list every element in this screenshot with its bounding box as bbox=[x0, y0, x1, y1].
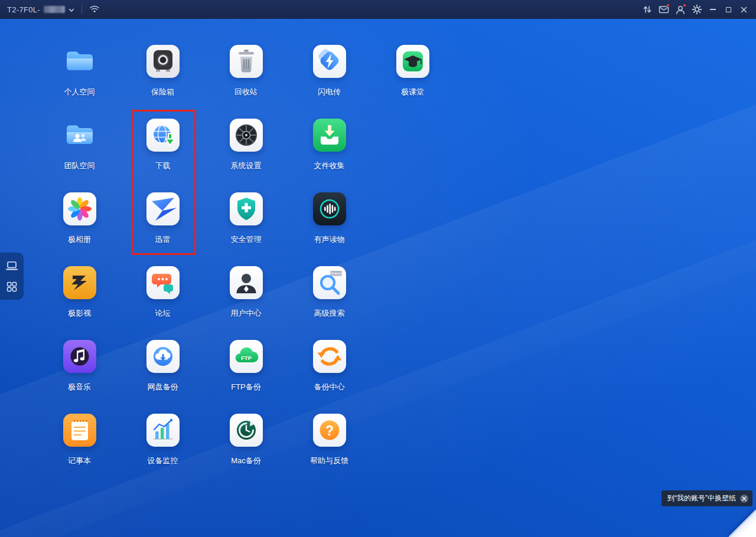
svg-text:?: ? bbox=[325, 423, 333, 438]
close-icon[interactable] bbox=[736, 0, 751, 19]
app-label: 闪电传 bbox=[318, 87, 341, 97]
app-audiobook[interactable]: 有声读物 bbox=[288, 185, 371, 259]
titlebar-divider bbox=[82, 5, 82, 14]
app-personal-space[interactable]: 个人空间 bbox=[38, 38, 121, 112]
empty-cell bbox=[371, 112, 454, 185]
system-settings-icon bbox=[230, 119, 263, 152]
minimize-icon[interactable] bbox=[705, 0, 721, 19]
audiobook-icon bbox=[313, 192, 346, 225]
app-label: 下载 bbox=[155, 161, 171, 171]
team-space-folder-icon bbox=[63, 119, 96, 152]
app-label: 安全管理 bbox=[231, 234, 262, 245]
app-label: 记事本 bbox=[68, 456, 91, 466]
toast-text: 到“我的账号”中换壁纸 bbox=[667, 493, 736, 503]
empty-cell bbox=[371, 185, 454, 259]
edge-dock bbox=[0, 253, 24, 300]
mail-unread-dot bbox=[666, 4, 670, 7]
user-notice-dot bbox=[683, 4, 686, 7]
app-label: 团队空间 bbox=[64, 161, 95, 171]
app-label: 设备监控 bbox=[148, 456, 178, 466]
app-advanced-search[interactable]: Advanced 高级搜索 bbox=[288, 259, 371, 333]
app-classroom[interactable]: 极课堂 bbox=[371, 38, 454, 112]
app-label: 极影视 bbox=[68, 308, 91, 319]
app-file-collection[interactable]: 文件收集 bbox=[288, 112, 371, 185]
safe-box-icon bbox=[146, 45, 180, 78]
xunlei-bird-icon bbox=[146, 192, 180, 225]
transfer-arrows-icon[interactable] bbox=[639, 0, 656, 19]
app-xunlei[interactable]: 迅雷 bbox=[121, 185, 204, 259]
maximize-icon[interactable] bbox=[721, 0, 736, 19]
app-label: 极课堂 bbox=[401, 87, 424, 97]
device-name[interactable]: T2-7F0L- bbox=[7, 5, 40, 14]
gear-icon[interactable] bbox=[689, 0, 705, 19]
app-download[interactable]: 下载 bbox=[121, 112, 204, 185]
app-grid: 个人空间 保险箱 回收站 bbox=[38, 38, 454, 480]
app-label: 帮助与反馈 bbox=[310, 456, 348, 466]
app-label: 网盘备份 bbox=[148, 382, 178, 392]
music-icon bbox=[63, 340, 96, 373]
advanced-search-icon: Advanced bbox=[313, 266, 346, 299]
apps-grid-icon[interactable] bbox=[5, 281, 18, 293]
recycle-bin-icon bbox=[230, 45, 263, 78]
app-label: 极相册 bbox=[68, 234, 91, 245]
app-notepad[interactable]: 记事本 bbox=[38, 407, 121, 480]
app-photos[interactable]: 极相册 bbox=[38, 185, 121, 259]
app-security[interactable]: 安全管理 bbox=[204, 185, 288, 259]
app-label: 回收站 bbox=[234, 87, 258, 97]
download-globe-icon bbox=[146, 119, 180, 152]
device-monitor-icon bbox=[146, 414, 180, 447]
flash-transfer-icon bbox=[313, 45, 346, 78]
titlebar: T2-7F0L- bbox=[0, 0, 756, 19]
devices-monitor-icon[interactable] bbox=[5, 260, 18, 271]
toast-close-icon[interactable] bbox=[740, 495, 748, 503]
backup-center-icon bbox=[313, 340, 346, 373]
app-label: 保险箱 bbox=[151, 87, 174, 97]
wifi-icon[interactable] bbox=[89, 5, 100, 15]
app-forum[interactable]: 论坛 bbox=[121, 259, 204, 333]
app-mac-backup[interactable]: Mac备份 bbox=[204, 407, 288, 480]
security-shield-icon bbox=[230, 192, 263, 225]
app-help-feedback[interactable]: ? 帮助与反馈 bbox=[288, 407, 371, 480]
app-cloud-backup[interactable]: 网盘备份 bbox=[121, 333, 204, 407]
empty-cell bbox=[371, 333, 454, 407]
corner-peel[interactable] bbox=[729, 510, 756, 537]
app-music[interactable]: 极音乐 bbox=[38, 333, 121, 407]
cloud-backup-icon bbox=[146, 340, 180, 373]
app-team-space[interactable]: 团队空间 bbox=[38, 112, 121, 185]
app-flash-transfer[interactable]: 闪电传 bbox=[288, 38, 371, 112]
app-label: 用户中心 bbox=[231, 308, 262, 319]
classroom-icon bbox=[396, 45, 429, 78]
app-label: FTP备份 bbox=[231, 382, 261, 392]
file-collection-icon bbox=[313, 119, 346, 152]
chevron-down-icon[interactable] bbox=[69, 5, 74, 14]
app-label: 有声读物 bbox=[314, 234, 345, 245]
app-safe-box[interactable]: 保险箱 bbox=[121, 38, 204, 112]
user-center-icon bbox=[230, 266, 263, 299]
wallpaper-toast: 到“我的账号”中换壁纸 bbox=[662, 490, 752, 506]
app-recycle-bin[interactable]: 回收站 bbox=[204, 38, 288, 112]
user-icon[interactable] bbox=[672, 0, 689, 19]
app-label: 个人空间 bbox=[64, 87, 95, 97]
ftp-backup-icon: FTP bbox=[230, 340, 263, 373]
app-movies[interactable]: 极影视 bbox=[38, 259, 121, 333]
app-backup-center[interactable]: 备份中心 bbox=[288, 333, 371, 407]
app-label: 高级搜索 bbox=[314, 308, 345, 319]
notepad-icon bbox=[63, 414, 96, 447]
personal-space-folder-icon bbox=[63, 45, 96, 78]
app-label: 系统设置 bbox=[231, 161, 262, 171]
app-label: 迅雷 bbox=[155, 234, 171, 245]
app-label: 备份中心 bbox=[314, 382, 345, 392]
app-system-settings[interactable]: 系统设置 bbox=[204, 112, 288, 185]
mac-backup-icon bbox=[230, 414, 263, 447]
app-device-monitor[interactable]: 设备监控 bbox=[121, 407, 204, 480]
photos-flower-icon bbox=[63, 192, 96, 225]
app-label: 文件收集 bbox=[314, 161, 345, 171]
app-label: Mac备份 bbox=[231, 456, 261, 466]
device-name-redaction bbox=[44, 6, 65, 13]
app-label: 论坛 bbox=[155, 308, 171, 319]
svg-text:FTP: FTP bbox=[241, 355, 252, 361]
app-user-center[interactable]: 用户中心 bbox=[204, 259, 288, 333]
help-feedback-icon: ? bbox=[313, 414, 346, 447]
app-ftp-backup[interactable]: FTP FTP备份 bbox=[204, 333, 288, 407]
mail-icon[interactable] bbox=[656, 0, 672, 19]
